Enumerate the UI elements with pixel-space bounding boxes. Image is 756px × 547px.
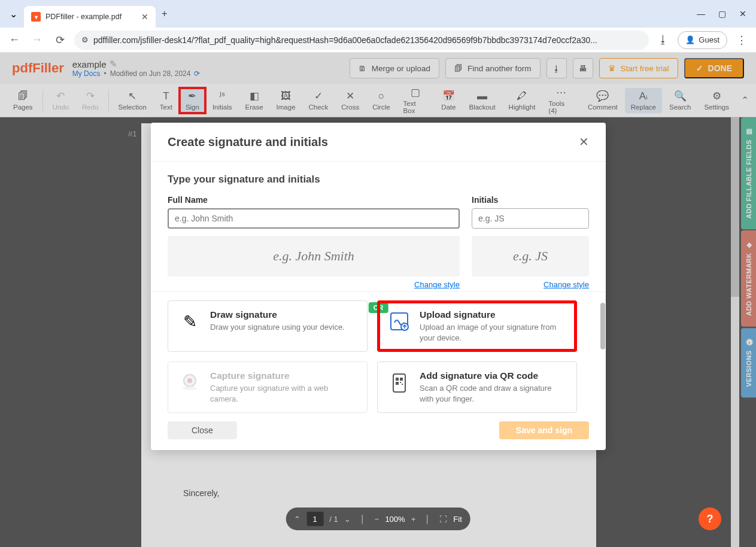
- initials-label: Initials: [472, 195, 589, 205]
- modal-title: Create signature and initials: [168, 135, 328, 149]
- page-down-icon[interactable]: ⌄: [344, 515, 351, 524]
- svg-rect-9: [400, 382, 401, 383]
- initials-preview: e.g. JS: [472, 236, 589, 276]
- option-desc: Upload an image of your signature from y…: [420, 322, 567, 343]
- close-tab-icon[interactable]: ✕: [141, 12, 148, 22]
- page-total: / 1: [329, 515, 338, 524]
- page-control-bar: ⌃ 1 / 1 ⌄ │ − 100% + │ ⛶ Fit: [286, 508, 470, 530]
- zoom-level: 100%: [385, 515, 405, 524]
- full-name-preview: e.g. John Smith: [168, 236, 460, 276]
- fit-icon[interactable]: ⛶: [439, 515, 447, 524]
- qr-signature-card[interactable]: Add signature via QR code Scan a QR code…: [377, 361, 577, 413]
- option-title: Add signature via QR code: [420, 370, 567, 381]
- pencil-icon: ✎: [178, 309, 202, 333]
- modal-close-footer-button[interactable]: Close: [168, 421, 237, 439]
- close-window-icon[interactable]: ✕: [739, 9, 746, 19]
- option-desc: Capture your signature with a web camera…: [210, 383, 357, 404]
- signature-options: ✎ Draw signature Draw your signature usi…: [151, 291, 606, 413]
- favicon-icon: ▾: [31, 12, 41, 22]
- qr-icon: [387, 370, 411, 394]
- full-name-input[interactable]: [168, 208, 460, 229]
- signature-modal: Create signature and initials ✕ Type you…: [151, 123, 606, 450]
- current-page-input[interactable]: 1: [306, 512, 323, 526]
- url-input[interactable]: ⚙ pdffiller.com/jsfiller-desk14/?flat_pd…: [74, 31, 649, 50]
- save-and-sign-button[interactable]: Save and sign: [499, 421, 589, 439]
- upload-sig-icon: [387, 309, 411, 333]
- svg-rect-10: [402, 384, 403, 385]
- options-scrollbar[interactable]: [600, 303, 605, 350]
- modal-close-button[interactable]: ✕: [579, 135, 589, 149]
- option-desc: Scan a QR code and draw a signature with…: [420, 383, 567, 404]
- forward-button: →: [29, 32, 45, 48]
- option-title: Draw signature: [210, 309, 345, 320]
- option-title: Capture signature: [210, 370, 357, 381]
- minimize-icon[interactable]: —: [697, 9, 705, 19]
- site-settings-icon[interactable]: ⚙: [81, 35, 89, 44]
- reload-button[interactable]: ⟳: [51, 32, 68, 48]
- menu-icon[interactable]: ⋮: [733, 32, 750, 48]
- browser-tab-strip: ⌄ ▾ PDFfiller - example.pdf ✕ + — ▢ ✕: [0, 0, 756, 28]
- camera-icon: [178, 370, 202, 394]
- tab-dropdown-icon[interactable]: ⌄: [5, 5, 22, 22]
- back-button[interactable]: ←: [6, 32, 23, 48]
- capture-signature-card[interactable]: Capture signature Capture your signature…: [168, 361, 368, 413]
- change-style-fullname[interactable]: Change style: [414, 280, 460, 289]
- change-style-initials[interactable]: Change style: [544, 280, 589, 289]
- upload-signature-card[interactable]: Upload signature Upload an image of your…: [377, 300, 577, 352]
- zoom-in-icon[interactable]: +: [411, 515, 416, 524]
- person-icon: 👤: [685, 35, 695, 44]
- zoom-out-icon[interactable]: −: [375, 515, 379, 524]
- url-text: pdffiller.com/jsfiller-desk14/?flat_pdf_…: [93, 35, 597, 45]
- svg-point-3: [187, 378, 192, 383]
- draw-signature-card[interactable]: ✎ Draw signature Draw your signature usi…: [168, 300, 368, 352]
- svg-rect-7: [400, 378, 403, 381]
- new-tab-button[interactable]: +: [162, 8, 167, 19]
- svg-rect-6: [396, 378, 399, 381]
- maximize-icon[interactable]: ▢: [718, 9, 726, 19]
- svg-rect-8: [396, 382, 399, 385]
- page-up-icon[interactable]: ⌃: [294, 515, 300, 524]
- full-name-label: Full Name: [168, 195, 460, 205]
- svg-point-4: [183, 387, 197, 390]
- option-title: Upload signature: [420, 309, 567, 320]
- download-icon[interactable]: ⭳: [655, 32, 672, 48]
- section-title: Type your signature and initials: [168, 174, 589, 186]
- fit-label[interactable]: Fit: [453, 515, 462, 524]
- initials-input[interactable]: [472, 208, 589, 229]
- help-button[interactable]: ?: [699, 508, 721, 530]
- address-bar: ← → ⟳ ⚙ pdffiller.com/jsfiller-desk14/?f…: [0, 28, 756, 53]
- option-desc: Draw your signature using your device.: [210, 322, 345, 333]
- profile-button[interactable]: 👤 Guest: [678, 31, 727, 49]
- tab-title: PDFfiller - example.pdf: [45, 13, 136, 21]
- browser-tab[interactable]: ▾ PDFfiller - example.pdf ✕: [24, 6, 156, 28]
- svg-rect-5: [393, 374, 405, 392]
